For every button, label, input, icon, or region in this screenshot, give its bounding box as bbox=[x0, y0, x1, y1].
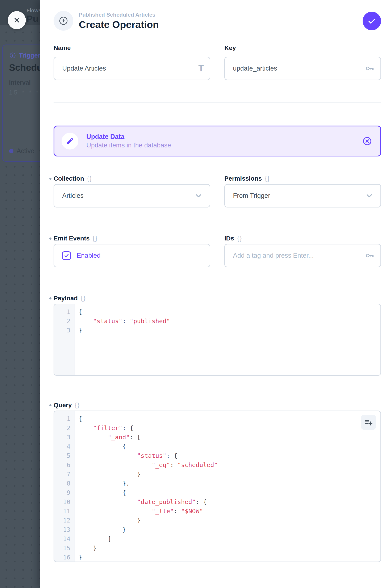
save-operation-button[interactable] bbox=[362, 12, 381, 30]
raw-value-braces-icon[interactable]: {} bbox=[75, 401, 80, 409]
flow-status-label: Active bbox=[16, 147, 34, 155]
ids-field-wrapper bbox=[224, 244, 381, 267]
key-icon bbox=[365, 64, 374, 73]
permissions-select[interactable]: From Trigger bbox=[224, 184, 381, 207]
import-template-button[interactable] bbox=[361, 415, 376, 430]
code-line: 9 { bbox=[54, 488, 380, 497]
backdrop-page-title: Pu bbox=[26, 13, 39, 24]
code-line: 3} bbox=[54, 326, 380, 335]
emit-events-field-wrapper: Enabled bbox=[54, 244, 210, 267]
code-line: 12 } bbox=[54, 516, 380, 525]
line-number: 3 bbox=[54, 326, 74, 335]
raw-value-braces-icon[interactable]: {} bbox=[265, 175, 270, 182]
collection-select[interactable]: Articles bbox=[54, 184, 210, 207]
code-text: } bbox=[74, 470, 141, 479]
code-text: "status": { bbox=[74, 451, 177, 460]
code-line: 2 "filter": { bbox=[54, 423, 380, 433]
check-icon bbox=[367, 16, 377, 26]
key-input[interactable] bbox=[225, 57, 360, 79]
section-divider bbox=[54, 102, 381, 103]
bolt-circle-icon bbox=[58, 16, 68, 26]
code-text: { bbox=[74, 307, 82, 316]
line-number: 12 bbox=[54, 516, 74, 525]
trigger-card-title: Schedul bbox=[9, 62, 40, 73]
raw-value-braces-icon[interactable]: {} bbox=[237, 235, 242, 242]
emit-events-label: Emit Events {} bbox=[54, 235, 210, 242]
code-text: "_eq": "scheduled" bbox=[74, 460, 218, 470]
line-number: 2 bbox=[54, 316, 74, 326]
code-text: } bbox=[74, 516, 141, 525]
code-line: 1{ bbox=[54, 414, 380, 423]
code-text: }, bbox=[74, 479, 130, 488]
close-drawer-button[interactable] bbox=[8, 11, 26, 29]
playlist-add-icon bbox=[364, 418, 373, 427]
code-line: 1{ bbox=[54, 307, 380, 316]
chevron-down-icon bbox=[194, 191, 203, 201]
line-number: 10 bbox=[54, 497, 74, 507]
code-line: 7 } bbox=[54, 470, 380, 479]
code-line: 15 } bbox=[54, 544, 380, 553]
trigger-card[interactable]: Trigger Schedul Interval 15 * * * Active bbox=[2, 44, 40, 162]
name-field-wrapper: T bbox=[54, 57, 210, 80]
code-text: "filter": { bbox=[74, 423, 134, 433]
query-label: Query {} bbox=[54, 401, 381, 409]
code-text: { bbox=[74, 414, 82, 423]
key-icon bbox=[365, 251, 374, 260]
emit-events-checkbox[interactable] bbox=[62, 251, 71, 260]
code-text: } bbox=[74, 326, 82, 335]
ids-tag-input[interactable] bbox=[225, 244, 360, 267]
permissions-label: Permissions {} bbox=[224, 175, 381, 182]
required-dot bbox=[49, 297, 52, 299]
code-text: } bbox=[74, 544, 97, 553]
flow-status-toggle[interactable]: Active bbox=[9, 147, 40, 155]
line-number: 1 bbox=[54, 307, 74, 316]
code-line: 13 } bbox=[54, 525, 380, 534]
name-label: Name bbox=[54, 44, 210, 52]
code-text: "_lte": "$NOW" bbox=[74, 507, 203, 516]
name-input[interactable] bbox=[54, 57, 190, 79]
line-number: 13 bbox=[54, 525, 74, 534]
line-number: 6 bbox=[54, 460, 74, 470]
code-text: } bbox=[74, 553, 82, 562]
required-dot bbox=[49, 178, 52, 180]
code-line: 16} bbox=[54, 553, 380, 562]
emit-events-checkbox-label[interactable]: Enabled bbox=[77, 252, 101, 259]
trigger-card-kicker: Trigger bbox=[19, 52, 40, 59]
payload-code-editor[interactable]: 1{2 "status": "published"3} bbox=[54, 304, 381, 376]
trigger-interval-label: Interval bbox=[9, 79, 40, 86]
bolt-circle-icon bbox=[9, 52, 16, 59]
code-line: 5 "status": { bbox=[54, 451, 380, 460]
remove-operation-type-button[interactable] bbox=[362, 136, 372, 146]
raw-value-braces-icon[interactable]: {} bbox=[81, 294, 86, 302]
line-number: 11 bbox=[54, 507, 74, 516]
breadcrumb: Published Scheduled Articles bbox=[79, 11, 159, 18]
raw-value-braces-icon[interactable]: {} bbox=[87, 175, 92, 182]
page-title: Create Operation bbox=[79, 19, 159, 30]
title-format-icon: T bbox=[198, 64, 204, 73]
backdrop-breadcrumb: Flows bbox=[26, 7, 40, 14]
drawer-header: Published Scheduled Articles Create Oper… bbox=[54, 0, 381, 31]
query-code-editor[interactable]: 1{2 "filter": {3 "_and": [4 {5 "status":… bbox=[54, 411, 381, 562]
code-text: { bbox=[74, 488, 126, 497]
pencil-icon bbox=[66, 137, 74, 145]
key-field-wrapper bbox=[224, 57, 381, 80]
close-icon bbox=[12, 16, 21, 24]
operation-type-panel[interactable]: Update Data Update items in the database bbox=[54, 126, 381, 156]
line-number: 5 bbox=[54, 451, 74, 460]
key-label: Key bbox=[224, 44, 381, 52]
flow-editor-backdrop: Flows Pu Trigger Schedul Interval 15 * *… bbox=[0, 0, 40, 588]
line-number: 16 bbox=[54, 553, 74, 562]
status-dot-icon bbox=[9, 149, 14, 153]
line-number: 8 bbox=[54, 479, 74, 488]
collection-label: Collection {} bbox=[54, 175, 210, 182]
payload-label: Payload {} bbox=[54, 294, 381, 302]
line-number: 14 bbox=[54, 534, 74, 544]
required-dot bbox=[49, 237, 52, 240]
code-line: 10 "date_published": { bbox=[54, 497, 380, 507]
raw-value-braces-icon[interactable]: {} bbox=[93, 235, 98, 242]
required-dot bbox=[49, 404, 52, 406]
code-line: 11 "_lte": "$NOW" bbox=[54, 507, 380, 516]
line-number: 7 bbox=[54, 470, 74, 479]
trigger-interval-value: 15 * * * bbox=[9, 89, 40, 96]
code-line: 6 "_eq": "scheduled" bbox=[54, 460, 380, 470]
